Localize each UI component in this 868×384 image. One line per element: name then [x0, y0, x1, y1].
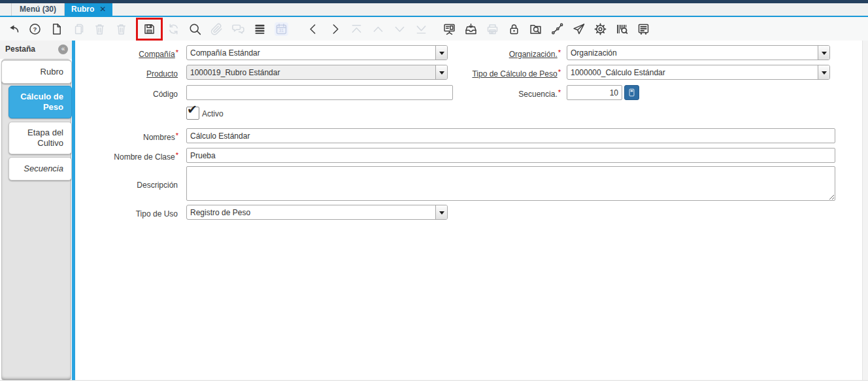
descripcion-label: Descripción — [75, 176, 178, 193]
undo-icon[interactable] — [7, 22, 20, 36]
collapse-sidebar-button[interactable]: « — [58, 44, 68, 54]
codigo-label: Código — [75, 85, 178, 102]
workflow-icon[interactable] — [550, 22, 564, 36]
window-tab-menu[interactable]: Menú (30) — [11, 3, 65, 16]
organizacion-combobox[interactable] — [567, 45, 830, 60]
zoom-across-icon[interactable] — [529, 22, 542, 36]
sidebar-header: Pestaña « — [0, 41, 72, 59]
delete-selection-icon — [114, 22, 128, 36]
postit-icon[interactable] — [637, 22, 650, 36]
attachment-icon — [210, 22, 224, 36]
compania-combobox[interactable] — [186, 45, 448, 60]
tab-sidebar: Pestaña « RubroCálculo de PesoEtapa del … — [0, 41, 72, 381]
nombre-clase-label: Nombre de Clase* — [75, 148, 178, 165]
calculator-icon — [627, 88, 637, 97]
organizacion-dropdown-icon[interactable] — [818, 46, 829, 60]
down-icon — [393, 22, 407, 36]
sidebar-tab-c-lculo-de-peso[interactable]: Cálculo de Peso — [8, 86, 72, 118]
sidebar-title: Pestaña — [5, 44, 35, 54]
copy-record-icon — [71, 22, 85, 36]
tipo-calculo-peso-label[interactable]: Tipo de Cálculo de Peso* — [415, 65, 561, 82]
secuencia-label: Secuencia.* — [415, 85, 561, 102]
chat-icon — [231, 22, 245, 36]
nombres-label: Nombres* — [75, 128, 178, 145]
help-icon[interactable]: ? — [28, 22, 42, 36]
toolbar: ?31 — [0, 17, 868, 41]
delete-record-icon — [93, 22, 107, 36]
tipo-uso-dropdown-icon[interactable] — [435, 205, 447, 219]
nombres-input[interactable] — [186, 128, 835, 143]
lock-icon[interactable] — [507, 22, 521, 36]
save-icon[interactable] — [142, 22, 156, 36]
svg-text:31: 31 — [279, 27, 284, 32]
report-icon[interactable] — [442, 22, 456, 36]
tipo-uso-combobox[interactable] — [186, 205, 448, 220]
svg-text:?: ? — [33, 26, 37, 33]
activo-label: Activo — [202, 109, 224, 118]
save-highlight-box — [136, 18, 163, 41]
calendar-icon: 31 — [275, 22, 288, 36]
secuencia-input[interactable] — [567, 85, 622, 100]
compania-label[interactable]: Compañía* — [75, 45, 178, 62]
producto-input[interactable] — [187, 65, 435, 79]
sidebar-tab-etapa-del-cultivo[interactable]: Etapa del Cultivo — [8, 122, 72, 154]
tipo-calculo-peso-input[interactable] — [567, 65, 818, 79]
producto-combobox[interactable] — [186, 65, 448, 80]
activo-checkbox[interactable]: ✔ — [186, 107, 199, 120]
archive-icon[interactable] — [464, 22, 478, 36]
window-tab-rubro[interactable]: Rubro ✕ — [65, 3, 112, 16]
next-record-icon[interactable] — [328, 22, 342, 36]
send-icon[interactable] — [572, 22, 586, 36]
up-icon — [371, 22, 385, 36]
window-tab-rubro-label: Rubro — [71, 3, 94, 16]
window-bottom-strip — [0, 380, 868, 384]
preferences-icon[interactable] — [593, 22, 607, 36]
producto-label[interactable]: Producto — [75, 65, 178, 82]
detail-record-icon — [414, 22, 428, 36]
organizacion-label[interactable]: Organización.* — [415, 45, 561, 62]
sidebar-tab-secuencia[interactable]: Secuencia — [8, 157, 72, 181]
tipo-uso-input[interactable] — [187, 205, 435, 219]
nombre-clase-input[interactable] — [186, 148, 835, 163]
refresh-icon — [167, 22, 180, 36]
calculator-button[interactable] — [624, 85, 639, 100]
close-icon[interactable]: ✕ — [99, 3, 106, 16]
codigo-input[interactable] — [186, 85, 453, 100]
app-window: Menú (30) Rubro ✕ ?31 Pestaña « RubroCál… — [0, 0, 868, 384]
checkmark-icon: ✔ — [187, 103, 197, 116]
product-info-icon[interactable] — [615, 22, 629, 36]
previous-record-icon[interactable] — [307, 22, 320, 36]
organizacion-input[interactable] — [567, 46, 818, 60]
scrollbar-track[interactable] — [862, 41, 868, 381]
find-icon[interactable] — [188, 22, 202, 36]
sidebar-tab-rubro[interactable]: Rubro — [1, 60, 72, 84]
compania-input[interactable] — [187, 46, 435, 60]
window-tab-strip: Menú (30) Rubro ✕ — [0, 3, 868, 17]
tipo-uso-label: Tipo de Uso — [75, 205, 178, 222]
tipo-calculo-peso-dropdown-icon[interactable] — [818, 65, 829, 79]
new-record-icon[interactable] — [50, 22, 63, 36]
tipo-calculo-peso-combobox[interactable] — [567, 65, 830, 80]
form-area: Compañía* Organización.* Producto Tipo d… — [75, 41, 868, 381]
descripcion-textarea[interactable] — [186, 166, 835, 201]
parent-record-icon — [350, 22, 363, 36]
print-icon — [486, 22, 499, 36]
grid-toggle-icon[interactable] — [253, 22, 267, 36]
